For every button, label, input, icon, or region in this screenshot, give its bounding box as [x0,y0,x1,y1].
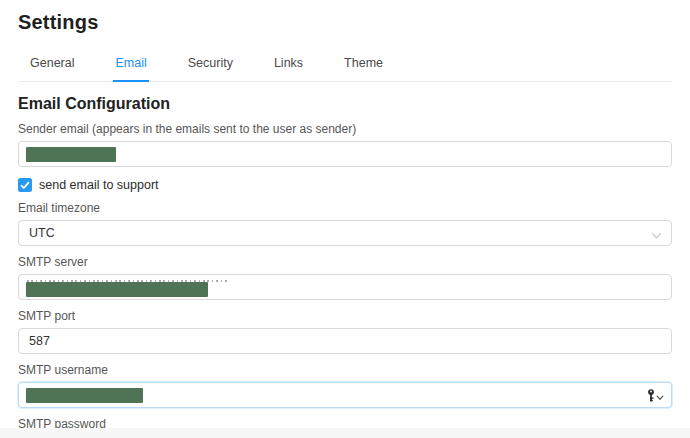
smtp-port-label: SMTP port [18,309,672,323]
chevron-down-icon [651,229,662,243]
settings-page: Settings General Email Security Links Th… [0,0,690,438]
tab-theme[interactable]: Theme [342,54,385,82]
timezone-value: UTC [29,226,55,240]
timezone-select[interactable]: UTC [18,220,672,246]
chevron-down-icon [656,390,664,404]
tab-email[interactable]: Email [113,54,148,82]
smtp-server-input[interactable] [18,274,672,300]
support-checkbox[interactable] [18,178,32,192]
tab-bar: General Email Security Links Theme [18,54,672,82]
redacted-text-tops [27,280,227,283]
smtp-port-input[interactable]: 587 [18,328,672,354]
redaction-block [26,147,116,162]
timezone-label: Email timezone [18,201,672,215]
redaction-block [26,282,208,297]
tab-general[interactable]: General [28,54,76,82]
smtp-username-input[interactable] [18,382,672,408]
page-title: Settings [18,0,672,34]
tab-links[interactable]: Links [272,54,305,82]
smtp-port-value: 587 [29,334,50,348]
support-checkbox-label: send email to support [39,178,159,192]
password-autofill-button[interactable] [647,389,664,405]
page-bottom-strip [0,428,690,438]
tab-security[interactable]: Security [186,54,235,82]
smtp-server-label: SMTP server [18,255,672,269]
checkmark-icon [20,176,30,194]
send-email-to-support-row: send email to support [18,178,672,192]
sender-email-input[interactable] [18,141,672,167]
section-heading: Email Configuration [18,95,672,113]
key-icon [647,389,655,405]
redaction-block [26,388,143,403]
smtp-username-label: SMTP username [18,363,672,377]
sender-email-label: Sender email (appears in the emails sent… [18,122,672,136]
